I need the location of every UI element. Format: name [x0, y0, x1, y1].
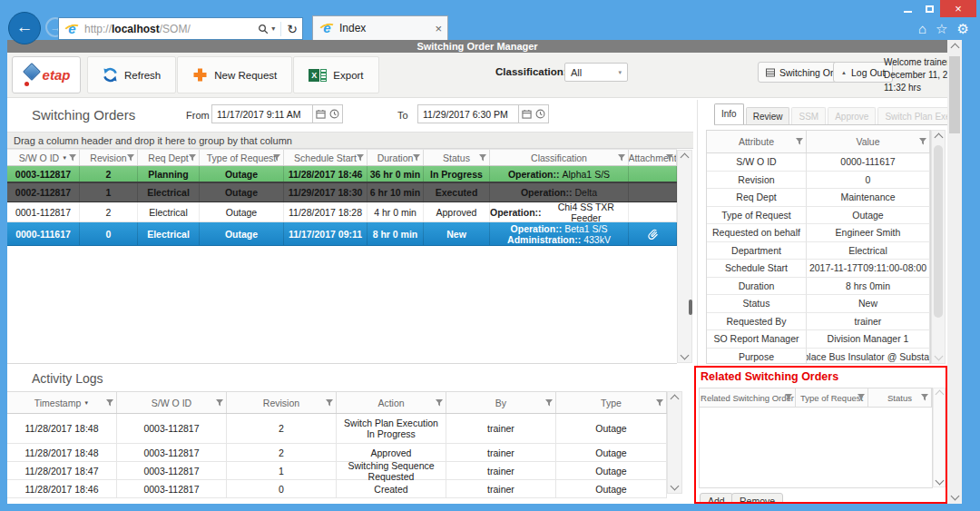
scroll-up-icon[interactable] — [935, 390, 944, 399]
info-grid-scrollbar[interactable] — [931, 130, 946, 364]
column-header-timestamp[interactable]: Timestamp▼ — [7, 392, 117, 413]
group-by-hint[interactable]: Drag a column header and drop it here to… — [7, 132, 693, 149]
classification-dropdown[interactable]: All ▾ — [564, 63, 628, 82]
column-header-attachment[interactable]: Attachment — [629, 150, 677, 165]
close-button[interactable]: × — [940, 0, 976, 17]
column-header-start[interactable]: Schedule Start — [284, 150, 368, 165]
attribute-row[interactable]: Type of RequestOutage — [707, 207, 930, 225]
column-header-duration[interactable]: Duration — [368, 150, 424, 165]
tab-close-icon[interactable]: × — [435, 22, 442, 35]
browser-tab[interactable]: e Index × — [312, 15, 448, 40]
scrollbar-thumb[interactable] — [934, 145, 943, 318]
column-header-type[interactable]: Type — [556, 392, 667, 413]
tab-info[interactable]: Info — [714, 103, 744, 125]
attribute-row[interactable]: Req DeptMaintenance — [707, 189, 930, 207]
attribute-row[interactable]: Revision0 — [707, 172, 930, 190]
filter-icon[interactable] — [785, 394, 792, 401]
column-header-classification[interactable]: Classification — [490, 150, 629, 165]
filter-icon[interactable] — [545, 399, 553, 407]
filter-icon[interactable] — [656, 399, 663, 407]
back-button[interactable]: ← — [8, 12, 41, 44]
filter-icon[interactable] — [436, 399, 443, 407]
attribute-row[interactable]: Schedule Start2017-11-17T09:11:00-08:00 — [707, 260, 930, 278]
home-icon[interactable]: ⌂ — [918, 21, 926, 37]
favorites-star-icon[interactable]: ☆ — [936, 21, 947, 37]
clock-icon[interactable] — [535, 109, 545, 119]
order-row-selected[interactable]: 0000-111617 0 Electrical Outage 11/17/20… — [7, 222, 677, 246]
tab-ssm[interactable]: SSM — [791, 107, 826, 125]
settings-gear-icon[interactable]: ⚙ — [957, 21, 969, 37]
filter-icon[interactable] — [216, 399, 223, 407]
scroll-down-icon[interactable] — [681, 351, 690, 360]
filter-icon[interactable] — [273, 154, 280, 162]
order-row[interactable]: 0001-112817 2 Electrical Outage 11/28/20… — [7, 202, 677, 222]
scroll-down-icon[interactable] — [671, 482, 680, 491]
tab-review[interactable]: Review — [746, 107, 790, 125]
column-header-value[interactable]: Value — [807, 131, 930, 152]
scroll-up-icon[interactable] — [934, 133, 943, 142]
calendar-icon[interactable] — [522, 109, 532, 119]
filter-icon[interactable] — [69, 154, 76, 162]
filter-icon[interactable] — [357, 154, 364, 162]
activity-grid-scrollbar[interactable] — [667, 391, 682, 494]
from-date-input[interactable]: 11/17/2017 9:11 AM — [211, 104, 313, 123]
filter-icon[interactable] — [618, 154, 625, 162]
order-row[interactable]: 0002-112817 1 Electrical Outage 11/29/20… — [7, 183, 677, 202]
new-request-button[interactable]: New Request — [177, 56, 292, 93]
to-date-pickers[interactable] — [518, 104, 549, 123]
search-caret-icon[interactable]: ▾ — [271, 25, 275, 33]
tab-switch-plan-execution[interactable]: Switch Plan Execution — [877, 107, 947, 125]
page-scrollbar[interactable] — [947, 40, 962, 504]
attribute-row[interactable]: StatusNew — [707, 295, 930, 313]
column-header-type[interactable]: Type of Request — [200, 150, 284, 165]
splitter-handle[interactable] — [689, 300, 692, 315]
refresh-page-icon[interactable]: ↻ — [287, 22, 298, 36]
search-icon[interactable] — [258, 24, 269, 34]
attribute-row[interactable]: Duration8 hrs 0min — [707, 278, 930, 296]
attribute-row[interactable]: Requested Bytrainer — [707, 313, 930, 331]
column-header-by[interactable]: By — [446, 392, 556, 413]
address-bar[interactable]: e http://localhost/SOM/ ▾ ↻ — [58, 17, 303, 40]
filter-icon[interactable] — [189, 154, 196, 162]
from-date-pickers[interactable] — [312, 104, 343, 123]
paperclip-icon[interactable] — [647, 228, 659, 240]
attribute-row[interactable]: S/W O ID0000-111617 — [707, 153, 930, 172]
maximize-button[interactable] — [918, 0, 940, 17]
attribute-row[interactable]: Requested on behalfEngineer Smith — [707, 224, 930, 242]
column-header-related-order[interactable]: Related Switching Order — [700, 388, 796, 407]
activity-row[interactable]: 11/28/2017 18:47 0003-112817 1 Switching… — [7, 462, 667, 480]
attribute-row[interactable]: DepartmentElectrical — [707, 242, 930, 260]
etap-logo-button[interactable]: etap — [12, 56, 81, 93]
attribute-row[interactable]: SO Report ManagerDivision Manager 1 — [707, 330, 930, 349]
column-header-status[interactable]: Status — [868, 388, 932, 407]
add-button[interactable]: Add — [700, 493, 733, 504]
scrollbar-thumb[interactable] — [949, 56, 960, 133]
scroll-up-icon[interactable] — [681, 153, 690, 162]
filter-icon[interactable] — [413, 154, 420, 162]
activity-row[interactable]: 11/28/2017 18:46 0003-112817 0 Created t… — [7, 480, 667, 498]
column-header-revision[interactable]: Revision — [227, 392, 337, 413]
filter-icon[interactable] — [479, 154, 486, 162]
column-header-reqdept[interactable]: Req Dept — [138, 150, 200, 165]
activity-row[interactable]: 11/28/2017 18:48 0003-112817 2 Switch Pl… — [7, 414, 667, 444]
scroll-up-icon[interactable] — [950, 44, 959, 53]
filter-icon[interactable] — [666, 154, 673, 162]
column-header-action[interactable]: Action — [337, 392, 446, 413]
filter-icon[interactable] — [106, 399, 113, 407]
attribute-row[interactable]: PurposeReplace Bus Insulator @ Substatio… — [707, 349, 930, 365]
related-grid-scrollbar[interactable] — [933, 388, 946, 487]
column-header-type[interactable]: Type of Request — [796, 388, 868, 407]
column-header-swoid[interactable]: S/W O ID — [117, 392, 227, 413]
filter-icon[interactable] — [858, 394, 865, 401]
scroll-down-icon[interactable] — [950, 492, 959, 501]
activity-row[interactable]: 11/28/2017 18:48 0003-112817 2 Approved … — [7, 444, 667, 462]
calendar-icon[interactable] — [316, 109, 326, 119]
column-header-status[interactable]: Status — [424, 150, 490, 165]
filter-icon[interactable] — [919, 138, 926, 145]
orders-grid-scrollbar[interactable] — [677, 150, 692, 363]
minimize-button[interactable] — [897, 0, 918, 17]
filter-icon[interactable] — [921, 394, 928, 401]
scroll-down-icon[interactable] — [935, 477, 944, 486]
column-header-revision[interactable]: Revision — [80, 150, 138, 165]
column-header-swoid[interactable]: S/W O ID▼ — [7, 150, 80, 165]
